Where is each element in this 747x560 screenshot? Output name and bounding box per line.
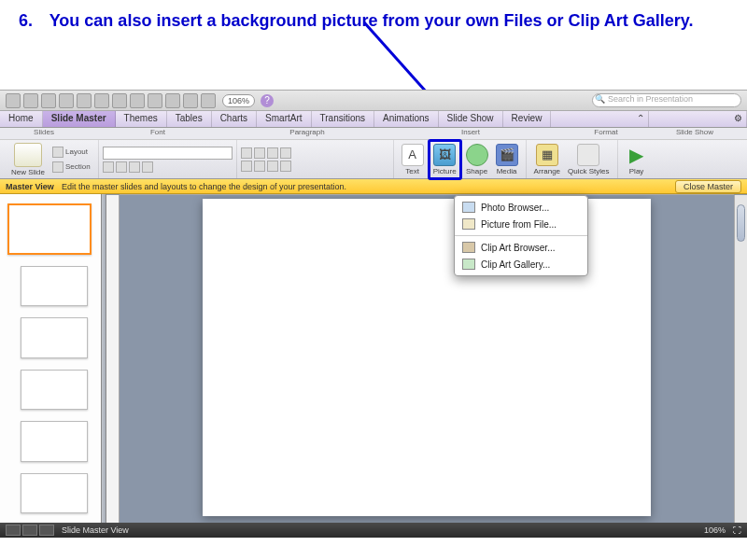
slideshow-group: ▶Play xyxy=(618,140,655,178)
vertical-scrollbar[interactable] xyxy=(734,195,747,535)
normal-view-button[interactable] xyxy=(6,525,21,536)
master-view-title: Master View xyxy=(6,182,54,191)
bold-button[interactable] xyxy=(103,161,114,173)
qat-undo-button[interactable] xyxy=(112,93,127,108)
tab-slide-master[interactable]: Slide Master xyxy=(43,111,116,127)
tab-animations[interactable]: Animations xyxy=(374,111,438,127)
ribbon-section-labels: Slides Font Paragraph Insert Format Slid… xyxy=(0,128,747,140)
picture-button[interactable]: 🖼Picture xyxy=(428,139,462,180)
instruction-number: 6. xyxy=(19,11,45,31)
quick-access-toolbar: 106% ? Search in Presentation xyxy=(0,91,747,111)
slideshow-view-button[interactable] xyxy=(39,525,54,536)
layout-thumbnail[interactable] xyxy=(21,370,88,411)
master-thumbnail[interactable] xyxy=(7,203,92,255)
outdent-button[interactable] xyxy=(280,147,291,159)
section-button[interactable]: Section xyxy=(49,160,94,175)
qat-button[interactable] xyxy=(201,93,216,108)
qat-button[interactable] xyxy=(165,93,180,108)
qat-button[interactable] xyxy=(94,93,109,108)
italic-button[interactable] xyxy=(116,161,127,173)
instruction-text: You can also insert a background picture… xyxy=(49,11,694,30)
slide-thumbnails-panel xyxy=(0,194,101,523)
tab-home[interactable]: Home xyxy=(0,111,43,127)
scrollbar-thumb[interactable] xyxy=(737,204,745,242)
insert-group: AText 🖼Picture Shape 🎬Media xyxy=(394,140,527,178)
instruction-line: 6. You can also insert a background pict… xyxy=(0,0,747,36)
tab-themes[interactable]: Themes xyxy=(116,111,167,127)
menu-separator xyxy=(455,235,587,236)
tab-charts[interactable]: Charts xyxy=(212,111,257,127)
layout-button[interactable]: Layout xyxy=(49,145,94,160)
powerpoint-window: 106% ? Search in Presentation Home Slide… xyxy=(0,90,747,538)
photo-browser-icon xyxy=(462,202,475,213)
vertical-ruler xyxy=(106,195,120,535)
ribbon-tabs: Home Slide Master Themes Tables Charts S… xyxy=(0,111,747,128)
zoom-dropdown[interactable]: 106% xyxy=(222,94,255,107)
format-group: ▦Arrange Quick Styles xyxy=(527,140,618,178)
qat-button[interactable] xyxy=(41,93,56,108)
ribbon: New Slide Layout Section AText 🖼Picture xyxy=(0,140,747,179)
font-group xyxy=(99,140,237,178)
qat-button[interactable] xyxy=(6,93,21,108)
tab-review[interactable]: Review xyxy=(503,111,552,127)
font-color-button[interactable] xyxy=(142,161,153,173)
sorter-view-button[interactable] xyxy=(22,525,37,536)
ribbon-options-button[interactable]: ⚙ xyxy=(730,111,747,127)
new-slide-button[interactable]: New Slide xyxy=(7,143,49,176)
fit-to-window-icon[interactable]: ⛶ xyxy=(733,525,741,535)
align-justify-button[interactable] xyxy=(280,161,291,172)
editor-body xyxy=(0,194,747,523)
play-button[interactable]: ▶Play xyxy=(622,144,652,175)
arrange-button[interactable]: ▦Arrange xyxy=(530,144,564,175)
layout-thumbnail[interactable] xyxy=(21,266,88,307)
tab-slide-show[interactable]: Slide Show xyxy=(439,111,503,127)
slide-canvas-area xyxy=(106,194,747,523)
clip-art-gallery-item[interactable]: Clip Art Gallery... xyxy=(455,256,587,273)
tab-transitions[interactable]: Transitions xyxy=(312,111,375,127)
numbering-button[interactable] xyxy=(254,147,265,159)
tab-smartart[interactable]: SmartArt xyxy=(257,111,311,127)
qat-button[interactable] xyxy=(148,93,162,108)
media-button[interactable]: 🎬Media xyxy=(492,144,522,175)
bullets-button[interactable] xyxy=(241,147,252,159)
qat-save-button[interactable] xyxy=(59,93,74,108)
slides-group: New Slide Layout Section xyxy=(4,140,99,178)
indent-button[interactable] xyxy=(267,147,278,159)
picture-from-file-item[interactable]: Picture from File... xyxy=(455,216,587,232)
help-icon[interactable]: ? xyxy=(261,94,274,107)
close-master-button[interactable]: Close Master xyxy=(675,180,741,193)
qat-print-button[interactable] xyxy=(77,93,92,108)
layout-thumbnail[interactable] xyxy=(21,317,88,358)
align-center-button[interactable] xyxy=(254,161,265,172)
text-button[interactable]: AText xyxy=(398,144,428,175)
underline-button[interactable] xyxy=(129,161,140,173)
qat-redo-button[interactable] xyxy=(130,93,145,108)
paragraph-group xyxy=(237,140,394,178)
layout-thumbnail[interactable] xyxy=(21,421,88,462)
file-icon xyxy=(462,218,475,230)
clip-art-icon xyxy=(462,242,475,253)
quick-styles-button[interactable]: Quick Styles xyxy=(564,144,613,175)
canvas-viewport[interactable] xyxy=(120,195,734,535)
tab-tables[interactable]: Tables xyxy=(167,111,212,127)
gallery-icon xyxy=(462,259,475,270)
master-view-bar: Master View Edit the master slides and l… xyxy=(0,179,747,194)
align-right-button[interactable] xyxy=(267,161,278,172)
status-zoom[interactable]: 106% xyxy=(704,525,726,535)
master-view-description: Edit the master slides and layouts to ch… xyxy=(62,182,346,191)
qat-button[interactable] xyxy=(183,93,198,108)
collapse-ribbon-button[interactable]: ⌃ xyxy=(632,111,649,127)
shape-button[interactable]: Shape xyxy=(462,144,492,175)
search-input[interactable]: Search in Presentation xyxy=(592,93,741,107)
status-bar: Slide Master View 106% ⛶ xyxy=(0,523,747,538)
clip-art-browser-item[interactable]: Clip Art Browser... xyxy=(455,239,587,256)
picture-dropdown-menu: Photo Browser... Picture from File... Cl… xyxy=(454,195,588,276)
layout-thumbnail[interactable] xyxy=(21,473,88,514)
photo-browser-item[interactable]: Photo Browser... xyxy=(455,199,587,216)
font-family-dropdown[interactable] xyxy=(103,147,233,160)
qat-button[interactable] xyxy=(23,93,38,108)
align-left-button[interactable] xyxy=(241,161,252,172)
status-view-label: Slide Master View xyxy=(62,525,129,535)
